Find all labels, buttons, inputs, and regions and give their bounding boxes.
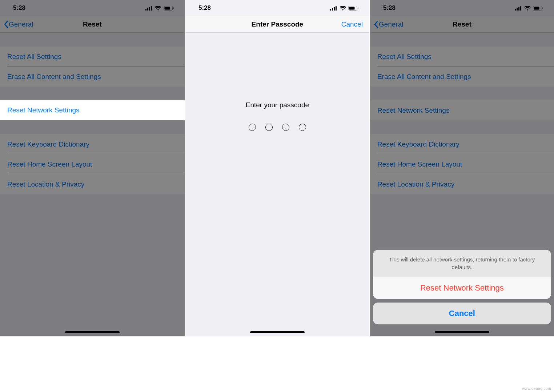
home-indicator[interactable]: [435, 331, 489, 333]
svg-rect-8: [332, 8, 333, 11]
svg-rect-9: [334, 7, 335, 11]
dim-overlay: [0, 0, 185, 336]
svg-rect-7: [330, 9, 331, 11]
screen-reset-actionsheet: 5:28 General Reset Reset All Settings Er…: [369, 0, 554, 336]
svg-rect-12: [349, 7, 354, 9]
signal-icon: [330, 6, 337, 11]
passcode-dot: [299, 124, 306, 131]
svg-rect-13: [358, 7, 358, 9]
passcode-dots: [185, 124, 369, 131]
watermark: www.deuaq.com: [522, 387, 551, 391]
battery-icon: [348, 6, 358, 11]
passcode-dot: [265, 124, 273, 131]
home-indicator[interactable]: [65, 331, 120, 333]
cancel-button[interactable]: Cancel: [341, 20, 363, 28]
status-bar: 5:28: [185, 0, 369, 16]
screen-reset-highlight: 5:28 General Reset Reset All Settings Er…: [0, 0, 185, 336]
passcode-dot: [282, 124, 289, 131]
action-sheet-message: This will delete all network settings, r…: [373, 250, 551, 277]
status-time: 5:28: [198, 4, 211, 12]
wifi-icon: [340, 6, 346, 11]
passcode-content: Enter your passcode: [185, 33, 369, 336]
passcode-dot: [249, 124, 256, 131]
cell-reset-network-highlighted[interactable]: Reset Network Settings: [0, 100, 185, 120]
passcode-prompt: Enter your passcode: [185, 101, 369, 109]
action-sheet: This will delete all network settings, r…: [373, 250, 551, 324]
nav-title: Enter Passcode: [252, 20, 304, 28]
screen-enter-passcode: 5:28 Enter Passcode Cancel Enter your pa…: [185, 0, 369, 336]
action-sheet-cancel[interactable]: Cancel: [373, 303, 551, 324]
home-indicator[interactable]: [250, 331, 305, 333]
status-icons: [330, 6, 358, 11]
action-sheet-confirm[interactable]: Reset Network Settings: [373, 277, 551, 299]
svg-rect-10: [336, 6, 337, 11]
nav-bar: Enter Passcode Cancel: [185, 16, 369, 33]
